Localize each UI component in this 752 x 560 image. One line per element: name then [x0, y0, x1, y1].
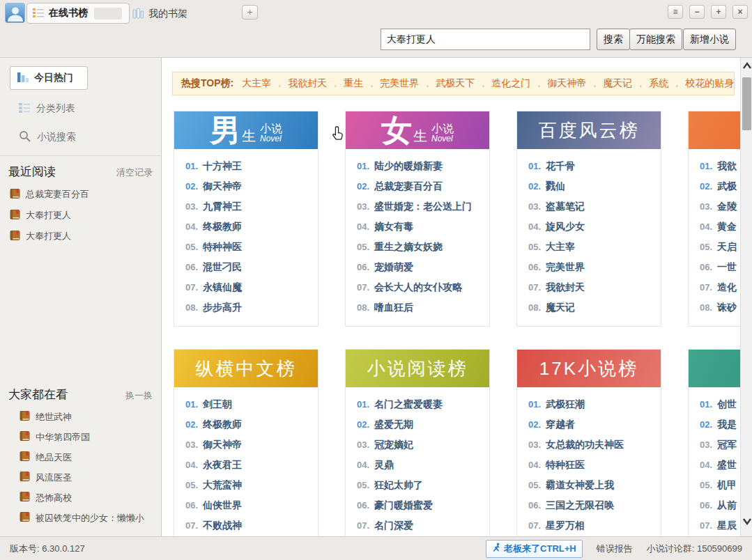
- ranked-book-item[interactable]: 06.从前: [700, 495, 740, 515]
- ranked-book-item[interactable]: 01.名门之蜜爱暖妻: [357, 394, 489, 414]
- sidebar-item-novel-search[interactable]: 小说搜索: [19, 130, 76, 144]
- search-input[interactable]: [381, 29, 590, 50]
- ranked-book-item[interactable]: 05.特种神医: [185, 237, 318, 257]
- ranked-book-item[interactable]: 01.十方神王: [185, 156, 318, 176]
- scrollbar-thumb[interactable]: [742, 77, 751, 130]
- tab-my-bookshelf[interactable]: 我的书架: [132, 6, 187, 22]
- ranked-book-item[interactable]: 01.陆少的暖婚新妻: [357, 156, 489, 176]
- hot-search-link[interactable]: 武极天下: [436, 77, 491, 90]
- ranked-book-item[interactable]: 06.仙侠世界: [185, 495, 318, 515]
- hot-search-link[interactable]: 造化之门: [491, 77, 547, 90]
- ranked-book-item[interactable]: 08.诛砂: [700, 297, 740, 318]
- ranked-book-item[interactable]: 07.不败战神: [185, 515, 318, 536]
- scroll-down-arrow[interactable]: [742, 515, 752, 529]
- shuffle-link[interactable]: 换一换: [125, 389, 153, 402]
- search-button[interactable]: 搜索: [597, 29, 630, 50]
- hot-search-link[interactable]: 校花的贴身高: [685, 77, 735, 90]
- everyone-book-item[interactable]: 恐怖高校: [20, 488, 161, 508]
- boss-key-button[interactable]: 老板来了CTRL+H: [486, 540, 583, 558]
- ranked-book-item[interactable]: 05.大主宰: [528, 237, 661, 257]
- ranked-book-item[interactable]: 01.剑王朝: [185, 394, 318, 414]
- ranked-book-item[interactable]: 06.三国之无限召唤: [528, 495, 661, 515]
- ranked-book-item[interactable]: 02.御天神帝: [185, 176, 318, 196]
- ranked-book-item[interactable]: 03.冠宠嫡妃: [357, 435, 489, 455]
- new-tab-button[interactable]: +: [242, 5, 258, 20]
- ranked-book-item[interactable]: 07.会长大人的女仆攻略: [357, 277, 489, 297]
- menu-button[interactable]: ≡: [668, 5, 683, 19]
- ranked-book-item[interactable]: 04.终极教师: [185, 217, 318, 237]
- ranked-book-item[interactable]: 01.武极狂潮: [528, 394, 661, 414]
- close-button[interactable]: ×: [732, 5, 748, 19]
- hot-search-link[interactable]: 魔天记: [603, 77, 649, 90]
- add-novel-button[interactable]: 新增小说: [683, 29, 736, 50]
- ranked-book-item[interactable]: 04.永夜君王: [185, 455, 318, 475]
- ranked-book-item[interactable]: 04.灵鼎: [357, 455, 489, 475]
- ranked-book-item[interactable]: 04.盛世: [700, 455, 740, 475]
- hot-search-link[interactable]: 完美世界: [380, 77, 436, 90]
- ranked-book-item[interactable]: 01.创世: [700, 394, 740, 414]
- ranked-book-item[interactable]: 08.步步高升: [185, 297, 318, 318]
- ranked-book-item[interactable]: 03.盛世婚宠：老公送上门: [357, 196, 489, 217]
- error-report-link[interactable]: 错误报告: [597, 543, 633, 555]
- recent-book-item[interactable]: 大奉打更人: [10, 226, 161, 247]
- ranked-book-item[interactable]: 07.星罗万相: [528, 515, 661, 536]
- ranked-book-item[interactable]: 06.混世刁民: [185, 257, 318, 277]
- ranked-book-item[interactable]: 02.戮仙: [528, 176, 661, 196]
- ranked-book-item[interactable]: 02.武极: [700, 176, 740, 196]
- hot-search-link[interactable]: 系统: [649, 77, 685, 90]
- everyone-book-item[interactable]: 绝品天医: [20, 447, 161, 467]
- scroll-up-arrow[interactable]: [742, 61, 752, 75]
- ranked-book-item[interactable]: 08.魔天记: [528, 297, 661, 318]
- ranked-book-item[interactable]: 01.我欲: [700, 156, 740, 176]
- ranked-book-item[interactable]: 05.机甲: [700, 475, 740, 495]
- ranked-book-item[interactable]: 02.终极教师: [185, 414, 318, 435]
- ranked-book-item[interactable]: 06.完美世界: [528, 257, 661, 277]
- ranked-book-item[interactable]: 04.黄金: [700, 217, 740, 237]
- ranked-book-item[interactable]: 06.一世: [700, 257, 740, 277]
- sidebar-item-category-list[interactable]: 分类列表: [19, 102, 75, 115]
- ranked-book-item[interactable]: 05.狂妃太帅了: [357, 475, 489, 495]
- ranked-book-item[interactable]: 01.花千骨: [528, 156, 661, 176]
- ranked-book-item[interactable]: 07.名门深爱: [357, 515, 489, 536]
- everyone-book-item[interactable]: 被囚铁笼中的少女：懒懒小: [20, 508, 161, 528]
- ranked-book-item[interactable]: 03.女总裁的功夫神医: [528, 435, 661, 455]
- ranked-book-item[interactable]: 04.旋风少女: [528, 217, 661, 237]
- hot-search-link[interactable]: 御天神帝: [547, 77, 603, 90]
- tab-online-ranking[interactable]: 在线书榜: [26, 3, 130, 24]
- maximize-button[interactable]: +: [711, 5, 726, 19]
- ranked-book-item[interactable]: 07.永镇仙魔: [185, 277, 318, 297]
- minimize-button[interactable]: −: [689, 5, 705, 19]
- ranked-book-item[interactable]: 06.豪门暖婚蜜爱: [357, 495, 489, 515]
- ranked-book-item[interactable]: 04.特种狂医: [528, 455, 661, 475]
- hot-search-link[interactable]: 重生: [344, 77, 380, 90]
- vertical-scrollbar[interactable]: [740, 58, 752, 536]
- ranked-book-item[interactable]: 06.宠婚萌爱: [357, 257, 489, 277]
- ranked-book-item[interactable]: 05.重生之嫡女妖娆: [357, 237, 489, 257]
- clear-history-link[interactable]: 清空记录: [116, 166, 153, 179]
- ranked-book-item[interactable]: 05.天启: [700, 237, 740, 257]
- ranked-book-item[interactable]: 07.我欲封天: [528, 277, 661, 297]
- ranked-book-item[interactable]: 02.总裁宠妻百分百: [357, 176, 489, 196]
- universal-search-button[interactable]: 万能搜索: [629, 29, 682, 50]
- ranked-book-item[interactable]: 03.御天神帝: [185, 435, 318, 455]
- recent-book-item[interactable]: 大奉打更人: [10, 205, 161, 226]
- ranked-book-item[interactable]: 02.盛爱无期: [357, 414, 489, 435]
- ranked-book-item[interactable]: 04.嫡女有毒: [357, 217, 489, 237]
- ranked-book-item[interactable]: 03.金陵: [700, 196, 740, 217]
- everyone-book-item[interactable]: 中华第四帝国: [20, 427, 161, 447]
- ranked-book-item[interactable]: 07.造化: [700, 277, 740, 297]
- everyone-book-item[interactable]: 绝世武神: [20, 407, 161, 427]
- ranked-book-item[interactable]: 03.九霄神王: [185, 196, 318, 217]
- ranked-book-item[interactable]: 05.霸道女神爱上我: [528, 475, 661, 495]
- ranked-book-item[interactable]: 03.冠军: [700, 435, 740, 455]
- user-avatar[interactable]: [5, 3, 25, 23]
- ranked-book-item[interactable]: 05.大荒蛮神: [185, 475, 318, 495]
- hot-search-link[interactable]: 大主宰: [242, 77, 288, 90]
- ranked-book-item[interactable]: 08.嗜血狂后: [357, 297, 489, 318]
- everyone-book-item[interactable]: 风流医圣: [20, 467, 161, 488]
- recent-book-item[interactable]: 总裁宠妻百分百: [10, 184, 161, 205]
- ranked-book-item[interactable]: 07.星辰: [700, 515, 740, 536]
- ranked-book-item[interactable]: 02.我是: [700, 414, 740, 435]
- ranked-book-item[interactable]: 03.盗墓笔记: [528, 196, 661, 217]
- ranked-book-item[interactable]: 02.穿越者: [528, 414, 661, 435]
